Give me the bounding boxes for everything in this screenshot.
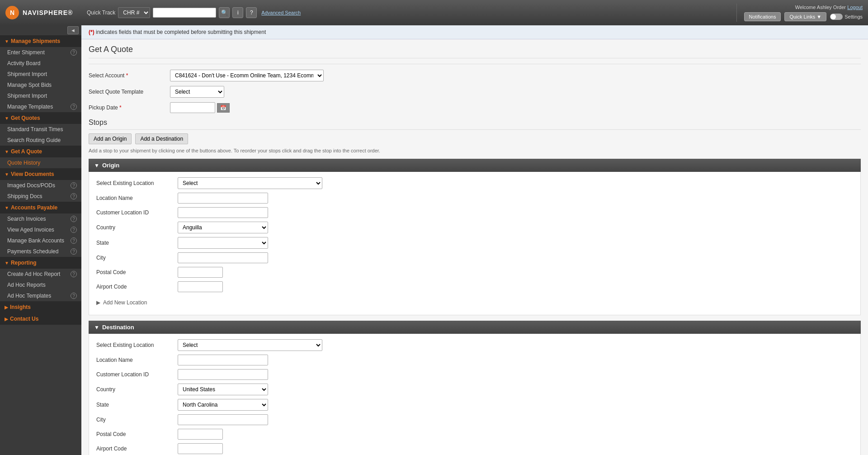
help-icon[interactable]: ? xyxy=(71,104,77,110)
sidebar-item-manage-bank-accounts[interactable]: Manage Bank Accounts ? xyxy=(0,235,81,246)
sidebar-item-payments-scheduled[interactable]: Payments Scheduled ? xyxy=(0,246,81,257)
origin-location-name-label: Location Name xyxy=(96,195,178,201)
help-icon[interactable]: ? xyxy=(71,227,77,233)
dest-city-input[interactable] xyxy=(178,414,268,425)
sidebar-item-imaged-docs-pods[interactable]: Imaged Docs/PODs ? xyxy=(0,180,81,191)
expand-arrow-icon: ▶ xyxy=(96,299,100,306)
help-icon[interactable]: ? xyxy=(71,271,77,277)
select-quote-template-label: Select Quote Template xyxy=(89,89,170,95)
origin-airport-code-row: Airport Code xyxy=(96,281,853,292)
origin-state-label: State xyxy=(96,240,178,246)
dest-location-name-input[interactable] xyxy=(178,355,268,365)
origin-select-existing-dropdown[interactable]: Select xyxy=(178,177,322,189)
origin-country-row: Country Anguilla United States Canada Me… xyxy=(96,222,853,233)
notifications-button[interactable]: Notifications xyxy=(744,12,781,21)
search-button[interactable]: 🔍 xyxy=(219,7,230,18)
origin-location-name-input[interactable] xyxy=(178,193,268,204)
sidebar-item-view-aged-invoices[interactable]: View Aged Invoices ? xyxy=(0,224,81,235)
sidebar-item-shipment-import-1[interactable]: Shipment Import xyxy=(0,69,81,80)
sidebar-item-manage-spot-bids[interactable]: Manage Spot Bids xyxy=(0,80,81,90)
sidebar-item-ad-hoc-templates[interactable]: Ad Hoc Templates ? xyxy=(0,290,81,301)
sidebar-item-ad-hoc-reports[interactable]: Ad Hoc Reports xyxy=(0,280,81,290)
required-star: (*) xyxy=(89,29,94,35)
origin-customer-location-id-row: Customer Location ID xyxy=(96,207,853,218)
header-divider xyxy=(736,4,737,22)
sidebar-item-quote-history[interactable]: Quote History xyxy=(0,157,81,168)
sidebar-item-shipping-docs[interactable]: Shipping Docs ? xyxy=(0,191,81,202)
add-destination-button[interactable]: Add a Destination xyxy=(135,133,188,144)
help-icon[interactable]: ? xyxy=(71,248,77,255)
quick-links-button[interactable]: Quick Links ▼ xyxy=(784,12,826,21)
stops-buttons: Add an Origin Add a Destination xyxy=(89,133,861,144)
sidebar-item-enter-shipment[interactable]: Enter Shipment ? xyxy=(0,47,81,58)
add-new-location-row[interactable]: ▶ Add New Location xyxy=(96,296,853,309)
arrow-icon: ▼ xyxy=(5,39,9,44)
origin-country-dropdown[interactable]: Anguilla United States Canada Mexico xyxy=(178,222,268,233)
dest-airport-code-input[interactable] xyxy=(178,443,223,454)
user-actions: Notifications Quick Links ▼ Settings xyxy=(744,12,863,21)
settings-area[interactable]: Settings xyxy=(830,14,863,20)
destination-body: Select Existing Location Select Location… xyxy=(89,334,861,455)
help-icon[interactable]: ? xyxy=(71,216,77,222)
add-origin-button[interactable]: Add an Origin xyxy=(89,133,132,144)
notice-text: indicates fields that must be completed … xyxy=(96,29,266,35)
select-account-dropdown[interactable]: C841624 - Don't Use - Ecomm Online Team,… xyxy=(170,70,324,81)
dest-postal-code-input[interactable] xyxy=(178,429,223,440)
origin-city-input[interactable] xyxy=(178,252,268,263)
help-icon[interactable]: ? xyxy=(71,49,77,56)
logo-text: NAVISPHERE® xyxy=(23,9,73,16)
sidebar-section-accounts-payable[interactable]: ▼ Accounts Payable xyxy=(0,202,81,213)
stops-title: Stops xyxy=(89,118,861,130)
date-picker-button[interactable]: 📅 xyxy=(217,103,230,113)
pickup-date-input[interactable]: 8/27/2018 xyxy=(170,102,215,113)
arrow-icon: ▼ xyxy=(5,149,9,154)
toggle-arrow-icon: ▼ xyxy=(94,324,99,331)
help-icon[interactable]: ? xyxy=(71,293,77,299)
sidebar-item-manage-templates[interactable]: Manage Templates ? xyxy=(0,101,81,112)
origin-location-name-row: Location Name xyxy=(96,193,853,204)
dest-postal-code-row: Postal Code xyxy=(96,429,853,440)
sidebar-section-reporting[interactable]: ▼ Reporting xyxy=(0,257,81,269)
dest-country-dropdown[interactable]: United States Canada Mexico Anguilla xyxy=(178,384,268,395)
dest-city-label: City xyxy=(96,417,178,423)
origin-postal-code-input[interactable] xyxy=(178,267,223,278)
origin-airport-code-input[interactable] xyxy=(178,281,223,292)
sidebar-section-contact-us[interactable]: ▶ Contact Us xyxy=(0,313,81,325)
quick-track-input[interactable] xyxy=(153,8,216,18)
sidebar-item-shipment-import-2[interactable]: Shipment Import xyxy=(0,90,81,101)
dest-customer-location-id-label: Customer Location ID xyxy=(96,371,178,378)
sidebar-collapse-button[interactable]: ◄ xyxy=(67,26,79,34)
origin-state-dropdown[interactable] xyxy=(178,237,268,249)
dest-customer-location-id-input[interactable] xyxy=(178,369,268,380)
sidebar-section-insights[interactable]: ▶ Insights xyxy=(0,301,81,313)
help-icon[interactable]: ? xyxy=(71,182,77,189)
sidebar-item-activity-board[interactable]: Activity Board xyxy=(0,58,81,69)
sidebar-section-manage-shipments[interactable]: ▼ Manage Shipments xyxy=(0,35,81,47)
destination-header[interactable]: ▼ Destination xyxy=(89,321,861,334)
quick-track-select[interactable]: CHR # PRO # BOL # xyxy=(118,7,150,18)
dest-state-dropdown[interactable]: North Carolina Alabama Alaska California xyxy=(178,399,268,411)
help-icon[interactable]: ? xyxy=(71,193,77,199)
origin-header[interactable]: ▼ Origin xyxy=(89,159,861,172)
dest-location-name-label: Location Name xyxy=(96,357,178,363)
sidebar-item-search-routing-guide[interactable]: Search Routing Guide xyxy=(0,135,81,146)
origin-select-existing-label: Select Existing Location xyxy=(96,180,178,186)
origin-customer-location-id-input[interactable] xyxy=(178,207,268,218)
welcome-text: Welcome Ashley Order xyxy=(795,5,846,10)
info-button[interactable]: i xyxy=(232,7,243,18)
select-quote-template-dropdown[interactable]: Select xyxy=(170,86,224,98)
logout-link[interactable]: Logout xyxy=(847,5,863,10)
help-icon[interactable]: ? xyxy=(71,237,77,244)
help-button[interactable]: ? xyxy=(246,7,257,18)
sidebar-section-view-documents[interactable]: ▼ View Documents xyxy=(0,168,81,180)
sidebar-item-create-ad-hoc-report[interactable]: Create Ad Hoc Report ? xyxy=(0,269,81,280)
sidebar-item-standard-transit-times[interactable]: Standard Transit Times xyxy=(0,124,81,135)
sidebar-item-search-invoices[interactable]: Search Invoices ? xyxy=(0,213,81,224)
advanced-search-link[interactable]: Advanced Search xyxy=(261,10,301,15)
page-content: Get A Quote Select Account * C841624 - D… xyxy=(81,39,868,455)
dest-select-existing-dropdown[interactable]: Select xyxy=(178,339,322,351)
dest-country-label: Country xyxy=(96,386,178,393)
sidebar-section-get-quotes[interactable]: ▼ Get Quotes xyxy=(0,112,81,124)
sidebar-section-get-a-quote[interactable]: ▼ Get A Quote xyxy=(0,146,81,157)
pickup-date-label: Pickup Date * xyxy=(89,104,170,111)
